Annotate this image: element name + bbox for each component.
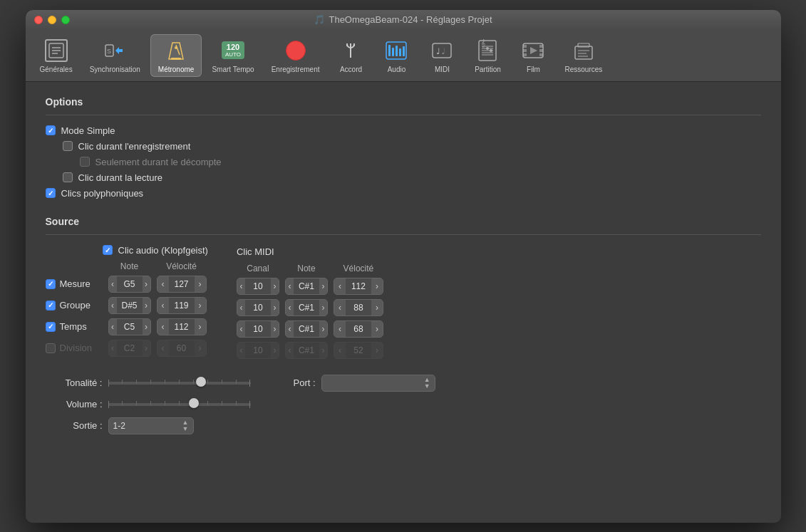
sortie-dropdown[interactable]: 1-2 ▲ ▼ — [108, 417, 194, 434]
port-dropdown[interactable]: ▲ ▼ — [321, 375, 435, 392]
audio-mesure-note-stepper[interactable]: ‹ G5 › — [108, 276, 151, 293]
audio-groupe-note-val: D#5 — [117, 298, 143, 313]
midi-mesure-note-stepper[interactable]: ‹ C#1 › — [285, 278, 328, 295]
midi-groupe-note-stepper[interactable]: ‹ C#1 › — [285, 299, 328, 316]
audio-mesure-note-up[interactable]: › — [143, 276, 150, 293]
midi-mesure-note-up[interactable]: › — [319, 278, 327, 295]
audio-temps-note-stepper[interactable]: ‹ C5 › — [108, 318, 151, 335]
midi-temps-vel-up[interactable]: › — [371, 320, 383, 338]
audio-division-checkbox[interactable] — [46, 343, 56, 353]
midi-temps-note-stepper[interactable]: ‹ C#1 › — [285, 320, 328, 338]
midi-temps-canal-up[interactable]: › — [271, 320, 279, 338]
clic-lecture-checkbox[interactable] — [63, 172, 73, 182]
midi-division-vel-stepper[interactable]: ‹ 52 › — [334, 342, 383, 359]
audio-groupe-note-up[interactable]: › — [143, 297, 150, 314]
close-button[interactable] — [34, 16, 43, 24]
audio-mesure-vel-stepper[interactable]: ‹ 127 › — [157, 276, 207, 293]
midi-division-vel-up[interactable]: › — [371, 342, 383, 359]
midi-temps-canal-down[interactable]: ‹ — [237, 320, 245, 338]
tonalite-slider[interactable] — [108, 376, 251, 390]
midi-mesure-canal-down[interactable]: ‹ — [237, 278, 245, 295]
toolbar-audio[interactable]: Audio — [375, 35, 418, 76]
audio-mesure-checkbox[interactable] — [46, 279, 56, 289]
clics-polyphoniques-checkbox[interactable] — [46, 188, 56, 198]
audio-label: Audio — [388, 66, 406, 73]
clic-enreg-checkbox[interactable] — [63, 141, 73, 151]
audio-groupe-vel-stepper[interactable]: ‹ 119 › — [157, 297, 207, 314]
midi-mesure-canal-stepper[interactable]: ‹ 10 › — [237, 278, 279, 295]
audio-temps-vel-up[interactable]: › — [195, 318, 206, 335]
sortie-chevrons-icon: ▲ ▼ — [182, 419, 189, 432]
audio-mesure-note-down[interactable]: ‹ — [109, 276, 117, 293]
audio-mesure-vel-up[interactable]: › — [195, 276, 206, 293]
audio-division-vel-up[interactable]: › — [195, 340, 206, 357]
midi-division-vel-down[interactable]: ‹ — [334, 342, 346, 359]
midi-division-canal-stepper[interactable]: ‹ 10 › — [237, 342, 279, 359]
partition-icon: 𝄞 — [475, 38, 500, 63]
minimize-button[interactable] — [48, 16, 56, 24]
audio-click-checkbox[interactable] — [103, 245, 113, 255]
volume-slider[interactable] — [108, 397, 251, 412]
toolbar-enregistrement[interactable]: Enregistrement — [264, 35, 327, 76]
audio-temps-note-up[interactable]: › — [143, 318, 150, 335]
toolbar-accord[interactable]: Accord — [329, 35, 372, 76]
midi-temps-canal-stepper[interactable]: ‹ 10 › — [237, 320, 279, 338]
audio-temps-note-down[interactable]: ‹ — [109, 318, 117, 335]
toolbar-generales[interactable]: Générales — [33, 35, 80, 76]
midi-temps-note-down[interactable]: ‹ — [286, 320, 294, 338]
midi-mesure-note-down[interactable]: ‹ — [286, 278, 294, 295]
midi-groupe-canal-up[interactable]: › — [271, 299, 279, 316]
audio-mesure-vel-down[interactable]: ‹ — [157, 276, 169, 293]
toolbar-synchronisation[interactable]: S Synchronisation — [83, 35, 148, 76]
midi-groupe-vel-stepper[interactable]: ‹ 88 › — [334, 299, 383, 316]
midi-division-canal-up[interactable]: › — [271, 342, 279, 359]
tonalite-thumb[interactable] — [196, 377, 206, 387]
audio-division-vel-down[interactable]: ‹ — [157, 340, 169, 357]
midi-groupe-canal-down[interactable]: ‹ — [237, 299, 245, 316]
midi-temps-vel-down[interactable]: ‹ — [334, 320, 346, 338]
maximize-button[interactable] — [61, 16, 70, 24]
audio-temps-label: Temps — [60, 321, 87, 332]
midi-mesure-canal-up[interactable]: › — [271, 278, 279, 295]
audio-division-note-down[interactable]: ‹ — [109, 340, 117, 357]
midi-mesure-vel-stepper[interactable]: ‹ 112 › — [334, 278, 383, 295]
audio-groupe-checkbox[interactable] — [46, 301, 56, 311]
seulement-decompte-checkbox[interactable] — [80, 157, 90, 167]
toolbar-film[interactable]: Film — [512, 35, 554, 76]
mode-simple-checkbox[interactable] — [46, 125, 56, 135]
midi-groupe-note-up[interactable]: › — [319, 299, 327, 316]
audio-groupe-vel-up[interactable]: › — [195, 297, 206, 314]
audio-division-vel-stepper[interactable]: ‹ 60 › — [157, 340, 207, 357]
toolbar-ressources[interactable]: Ressources — [557, 35, 609, 76]
toolbar-smarttempo[interactable]: 120 AUTO Smart Tempo — [205, 35, 261, 76]
midi-temps-vel-stepper[interactable]: ‹ 68 › — [334, 320, 383, 338]
midi-mesure-vel-down[interactable]: ‹ — [334, 278, 346, 295]
audio-temps-checkbox[interactable] — [46, 322, 56, 332]
audio-temps-vel-stepper[interactable]: ‹ 112 › — [157, 318, 207, 335]
midi-groupe-vel-down[interactable]: ‹ — [334, 299, 346, 316]
midi-division-canal-down[interactable]: ‹ — [237, 342, 245, 359]
audio-groupe-note-down[interactable]: ‹ — [109, 297, 117, 314]
midi-groupe-note-down[interactable]: ‹ — [286, 299, 294, 316]
audio-groupe-note-stepper[interactable]: ‹ D#5 › — [108, 297, 151, 314]
audio-groupe-vel-down[interactable]: ‹ — [157, 297, 169, 314]
midi-temps-note-up[interactable]: › — [319, 320, 327, 338]
volume-thumb[interactable] — [189, 398, 199, 408]
toolbar-partition[interactable]: 𝄞 Partition — [466, 35, 509, 76]
audio-click-column: Clic audio (Klopfgeist) Note Vélocité Me… — [46, 245, 208, 363]
midi-groupe-vel-up[interactable]: › — [371, 299, 383, 316]
toolbar-metronome[interactable]: Métronome — [150, 34, 202, 77]
clics-polyphoniques-row: Clics polyphoniques — [46, 188, 761, 199]
midi-division-note-up[interactable]: › — [319, 342, 327, 359]
midi-groupe-canal-stepper[interactable]: ‹ 10 › — [237, 299, 279, 316]
midi-division-note-stepper[interactable]: ‹ C#1 › — [285, 342, 328, 359]
midi-mesure-vel-up[interactable]: › — [371, 278, 383, 295]
midi-click-column: Clic MIDI Canal Note Vélocité ‹ 10 › — [237, 245, 383, 363]
toolbar-midi[interactable]: ♩ 𝅗𝅥 MIDI — [420, 35, 463, 76]
audio-temps-vel-down[interactable]: ‹ — [157, 318, 169, 335]
midi-division-note-down[interactable]: ‹ — [286, 342, 294, 359]
svg-point-28 — [486, 47, 489, 50]
audio-division-note-stepper[interactable]: ‹ C2 › — [108, 340, 151, 357]
midi-division-canal-val: 10 — [245, 343, 271, 358]
audio-division-note-up[interactable]: › — [143, 340, 150, 357]
